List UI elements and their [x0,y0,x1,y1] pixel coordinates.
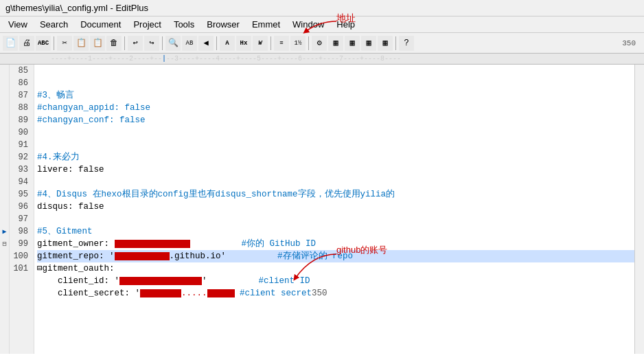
tb-redo[interactable]: ↪ [144,36,159,51]
tb-view4[interactable]: ▦ [378,36,393,51]
code-line[interactable]: #4.来必力 [37,151,634,164]
code-line[interactable]: #5、Gitment [37,225,634,238]
fold-cell [0,77,9,89]
fold-cell [0,65,9,77]
menu-browser[interactable]: Browser [201,18,245,31]
fold-cell [0,151,9,164]
fold-cell [0,188,9,201]
code-line[interactable]: #3、畅言 [37,89,634,102]
tb-format[interactable]: A [220,36,235,51]
tb-linenum[interactable]: ≡ [274,36,289,51]
code-area[interactable]: #3、畅言#changyan_appid: false#changyan_con… [34,65,634,354]
toolbar: 📄 🖨 ABC ✂ 📋 📋 🗑 ↩ ↪ 🔍 AB ◀ A Hx W ≡ 1½ ⚙… [0,33,644,54]
fold-cell [0,213,9,225]
window-title: g\themes\yilia\_config.yml - EditPlus [5,3,148,13]
code-line[interactable]: #4、Disqus 在hexo根目录的config里也有disqus_short… [37,188,634,201]
line-number: 91 [10,139,31,151]
tb-new[interactable]: 📄 [3,36,18,51]
menu-bar: View Search Document Project Tools Brows… [0,16,644,33]
fold-cell [0,102,9,114]
tb-settings[interactable]: ⚙ [312,36,327,51]
line-number: 86 [10,77,31,89]
line-number: 99 [10,238,31,250]
ruler-text: ----+----1----+----2----+--|--3----+----… [34,54,401,65]
line-number: 96 [10,201,31,213]
code-line[interactable] [37,176,634,188]
right-scrollbar[interactable] [634,65,644,354]
fold-cell [0,262,9,275]
code-line[interactable]: client_secret: '..... #client secret350 [37,287,634,300]
editor-container: ▶⊟ 858687888990919293949596979899100101 … [0,65,644,354]
tb-copy[interactable]: 📋 [73,36,89,51]
code-line[interactable]: ⊟gitment_oauth: [37,262,634,275]
tb-view2[interactable]: ▦ [345,36,360,51]
line-number: 100 [10,250,31,262]
tb-view1[interactable]: ▦ [328,36,343,51]
line-number: 98 [10,225,31,238]
position-indicator: 350 [622,39,641,47]
fold-cell [0,126,9,139]
fold-cell [0,139,9,151]
line-number: 85 [10,65,31,77]
tb-findreplace[interactable]: AB [182,36,197,51]
fold-cell [0,89,9,102]
code-line[interactable]: livere: false [37,164,634,176]
tb-wordcount[interactable]: 1½ [290,36,306,51]
code-line[interactable]: gitment_owner: #你的 GitHub ID [37,238,634,250]
tb-spell[interactable]: ABC [36,36,51,51]
code-line[interactable] [37,213,634,225]
code-line[interactable]: disqus: false [37,201,634,213]
tb-view3[interactable]: ▦ [361,36,376,51]
tb-find[interactable]: 🔍 [165,36,181,51]
tb-paste[interactable]: 📋 [90,36,105,51]
menu-help[interactable]: Help [331,18,360,31]
fold-cell [0,176,9,188]
line-number: 88 [10,102,31,114]
code-line[interactable]: gitment_repo: '.github.io' #存储评论的 repo [37,250,634,262]
fold-cell [0,201,9,213]
fold-cell [0,164,9,176]
fold-cell: ⊟ [0,238,9,250]
fold-cell: ▶ [0,225,9,238]
line-number: 92 [10,151,31,164]
tb-hex[interactable]: Hx [236,36,251,51]
menu-window[interactable]: Window [287,18,330,31]
menu-document[interactable]: Document [75,18,126,31]
menu-search[interactable]: Search [34,18,73,31]
menu-project[interactable]: Project [128,18,166,31]
code-line[interactable]: #changyan_appid: false [37,102,634,114]
tb-help[interactable]: ? [399,36,414,51]
tb-prev[interactable]: ◀ [198,36,214,51]
tb-delete[interactable]: 🗑 [106,36,122,51]
menu-tools[interactable]: Tools [168,18,200,31]
tb-word[interactable]: W [253,36,268,51]
menu-emmet[interactable]: Emmet [246,18,286,31]
line-number: 90 [10,126,31,139]
code-line[interactable] [37,139,634,151]
line-numbers: 858687888990919293949596979899100101 [10,65,34,354]
code-line[interactable]: client_id: '' #client ID [37,275,634,287]
ruler: ----+----1----+----2----+--|--3----+----… [0,54,644,65]
fold-cell [0,114,9,126]
line-number: 94 [10,176,31,188]
line-number: 97 [10,213,31,225]
code-line[interactable]: #changyan_conf: false [37,114,634,126]
line-number: 89 [10,114,31,126]
code-line[interactable] [37,126,634,139]
fold-cell [0,250,9,262]
fold-gutter: ▶⊟ [0,65,10,354]
tb-cut[interactable]: ✂ [57,36,72,51]
line-number: 87 [10,89,31,102]
line-number: 95 [10,188,31,201]
tb-print[interactable]: 🖨 [19,36,34,51]
menu-view[interactable]: View [3,18,33,31]
tb-undo[interactable]: ↩ [128,36,143,51]
line-number: 93 [10,164,31,176]
title-bar: g\themes\yilia\_config.yml - EditPlus [0,0,644,16]
line-number: 101 [10,262,31,275]
